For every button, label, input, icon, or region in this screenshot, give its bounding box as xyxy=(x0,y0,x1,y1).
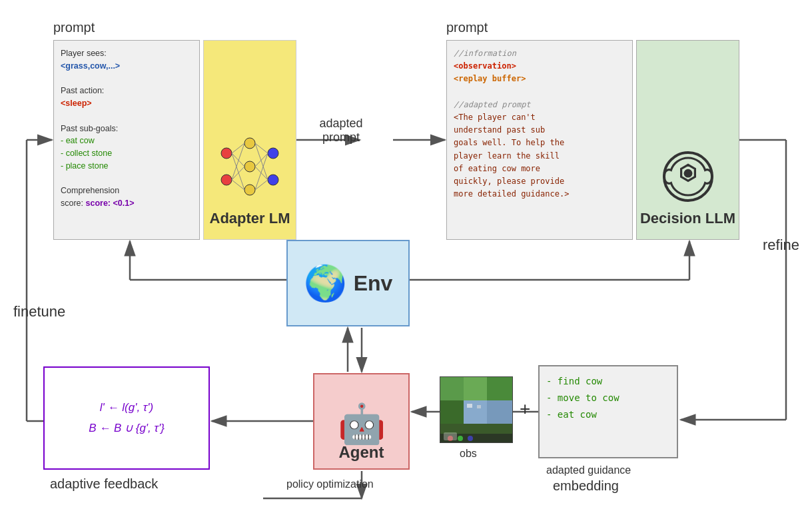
svg-point-55 xyxy=(468,436,473,441)
svg-rect-52 xyxy=(440,434,513,443)
guidance-box: - find cow - move to cow - eat cow xyxy=(538,365,678,458)
prompt-left-line4: <sleep> xyxy=(61,99,92,108)
feedback-math: l' ← l(g', τ') B ← B ∪ {g', τ'} xyxy=(89,398,165,438)
pr-line7: goals well. To help the xyxy=(454,138,564,147)
prompt-label-left: prompt xyxy=(53,20,95,35)
pr-line6: understand past sub xyxy=(454,125,545,135)
pr-line2: <observation> xyxy=(454,61,516,71)
finetune-label: finetune xyxy=(13,303,65,320)
svg-point-41 xyxy=(683,169,692,177)
guidance-line2: - move to cow xyxy=(546,392,619,403)
prompt-left-line8: - place stone xyxy=(61,161,109,171)
prompt-left-line2: <grass,cow,...> xyxy=(61,61,120,71)
game-observation-image xyxy=(440,377,513,443)
svg-line-34 xyxy=(255,143,268,180)
svg-line-30 xyxy=(232,143,244,180)
svg-point-20 xyxy=(221,148,232,159)
env-label: Env xyxy=(354,271,393,296)
adaptive-feedback-label: adaptive feedback xyxy=(50,476,158,492)
svg-point-26 xyxy=(268,175,278,185)
game-obs-svg xyxy=(440,377,513,443)
svg-rect-50 xyxy=(467,404,472,408)
svg-line-28 xyxy=(232,153,244,167)
svg-line-31 xyxy=(232,167,244,180)
svg-rect-46 xyxy=(440,400,464,424)
adapted-prompt-label: adaptedprompt xyxy=(308,117,374,145)
adapter-lm-box: Adapter LM xyxy=(203,40,296,240)
pr-line4: //adapted prompt xyxy=(454,100,531,109)
agent-label: Agent xyxy=(339,443,384,462)
svg-rect-51 xyxy=(477,405,481,408)
pr-line10: quickly, please provide xyxy=(454,177,564,186)
svg-point-22 xyxy=(244,138,255,149)
prompt-label-right: prompt xyxy=(446,20,488,35)
svg-line-37 xyxy=(255,153,268,190)
adapter-lm-label: Adapter LM xyxy=(210,210,290,227)
svg-point-23 xyxy=(244,161,255,172)
svg-point-53 xyxy=(448,436,453,441)
policy-optimization-label: policy optimization xyxy=(286,478,374,490)
prompt-left-line6: - eat cow xyxy=(61,136,95,145)
svg-rect-45 xyxy=(487,377,513,400)
diagram-container: prompt Player sees: <grass,cow,...> Past… xyxy=(0,0,812,523)
embedding-label: embedding xyxy=(553,478,619,494)
feedback-line1: l' ← l(g', τ') xyxy=(100,401,153,414)
obs-label: obs xyxy=(460,448,477,460)
feedback-line2: B ← B ∪ {g', τ'} xyxy=(89,422,165,434)
guidance-line3: - eat cow xyxy=(546,409,597,420)
decision-llm-label: Decision LLM xyxy=(640,210,735,227)
adapted-guidance-label: adapted guidance xyxy=(546,464,631,476)
pr-line1: //information xyxy=(454,49,516,58)
svg-rect-48 xyxy=(487,400,513,424)
robot-icon: 🤖 xyxy=(338,404,386,443)
pr-line11: more detailed guidance.> xyxy=(454,189,569,199)
plus-sign: + xyxy=(520,398,530,420)
prompt-box-right: //information <observation> <replay buff… xyxy=(446,40,633,240)
agent-box: 🤖 Agent xyxy=(313,373,410,470)
prompt-box-left: Player sees: <grass,cow,...> Past action… xyxy=(53,40,200,240)
svg-line-29 xyxy=(232,153,244,190)
env-box: 🌍 Env xyxy=(286,240,410,326)
svg-line-35 xyxy=(255,153,268,167)
prompt-left-line7: - collect stone xyxy=(61,149,112,158)
openai-logo-icon xyxy=(661,150,715,203)
svg-point-25 xyxy=(268,148,278,159)
svg-point-24 xyxy=(244,185,255,195)
guidance-line1: - find cow xyxy=(546,376,602,386)
svg-line-36 xyxy=(255,167,268,180)
prompt-left-line10: score: <0.1> xyxy=(86,199,135,208)
obs-box xyxy=(440,376,513,443)
pr-line5: <The player can't xyxy=(454,113,536,122)
svg-point-21 xyxy=(221,175,232,185)
earth-icon: 🌍 xyxy=(304,266,347,300)
adaptive-feedback-box: l' ← l(g', τ') B ← B ∪ {g', τ'} xyxy=(43,366,210,470)
prompt-left-line1: Player sees: xyxy=(61,49,107,58)
prompt-left-line5: Past sub-goals: xyxy=(61,124,118,133)
pr-line3: <replay buffer> xyxy=(454,74,526,83)
pr-line9: of eating cow more xyxy=(454,164,540,173)
svg-rect-43 xyxy=(440,377,464,400)
pr-line8: player learn the skill xyxy=(454,151,560,161)
neural-network-icon xyxy=(213,130,286,203)
prompt-left-line3: Past action: xyxy=(61,86,104,95)
svg-point-54 xyxy=(458,436,463,441)
prompt-left-line9: Comprehension xyxy=(61,186,119,195)
decision-llm-box: Decision LLM xyxy=(636,40,739,240)
svg-rect-44 xyxy=(464,377,487,400)
refine-label: refine xyxy=(763,237,799,254)
